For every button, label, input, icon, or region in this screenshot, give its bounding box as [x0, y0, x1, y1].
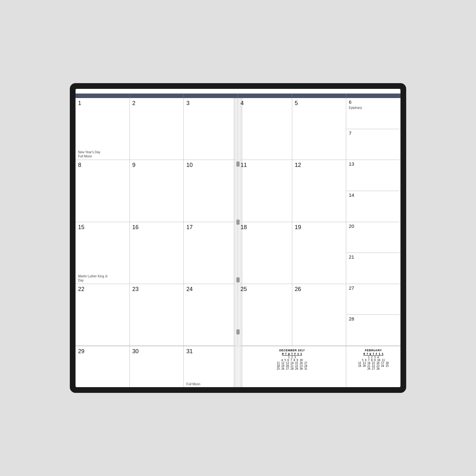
mini-feb-row-3: 19 20 21 22 23 24 25	[348, 365, 399, 367]
date-r4-c5: 26	[295, 286, 344, 293]
days-header	[76, 94, 400, 98]
mini-dec-row-1: 4 5 6 7 8 9 10	[240, 359, 344, 362]
cal-row-3: 15Martin Luther King Jr. Day161718192021	[76, 222, 400, 284]
day-header-fri	[292, 94, 347, 98]
date-r1-c2: 2	[132, 100, 181, 107]
cell-r3-c3: 17	[184, 222, 238, 284]
last-date-1: 30	[132, 348, 181, 355]
date-r1-c5: 5	[295, 100, 344, 107]
sat-sun-date-r1-1: 7	[349, 130, 398, 136]
cell-r1-c4: 4	[238, 98, 292, 160]
cell-r4-c4: 25	[238, 284, 292, 346]
day-header-wed	[184, 94, 238, 98]
cell-r4-c5: 26	[292, 284, 347, 346]
sat-sun-cell-r3-0: 20	[346, 222, 400, 253]
calendar-outer: 1New Year's Day Full Moon23456Epiphany78…	[70, 83, 406, 393]
date-r4-c2: 23	[132, 286, 181, 293]
last-note-2: Full Moon	[186, 382, 235, 386]
cell-r2-c4: 11	[238, 160, 292, 221]
cal-header	[76, 89, 400, 94]
cell-r4-c1: 22	[76, 284, 130, 346]
spine-clip-3	[236, 329, 240, 334]
sat-sun-date-r2-1: 14	[349, 192, 398, 198]
mini-feb-row-0: 1 2 3 4	[348, 356, 399, 359]
cell-r3-c1: 15Martin Luther King Jr. Day	[76, 222, 130, 284]
cell-r1-c1: 1New Year's Day Full Moon	[76, 98, 130, 160]
mini-dec-row-4: 25 26 27 28 29 30 31	[240, 367, 344, 370]
mini-feb-row-1: 5 6 7 8 9 10 11	[348, 359, 399, 362]
sat-sun-col-r4: 2728	[346, 284, 400, 346]
calendar-inner: 1New Year's Day Full Moon23456Epiphany78…	[76, 89, 400, 387]
spine-clip-2	[236, 277, 240, 282]
mini-dec-row-2: 11 12 13 14 15 16 17	[240, 362, 344, 365]
sat-sun-cell-r1-1: 7	[346, 129, 400, 160]
cell-r4-c3: 24	[184, 284, 238, 346]
date-r2-c4: 11	[241, 162, 289, 169]
date-r3-c4: 18	[241, 224, 289, 231]
cell-r1-c5: 5	[292, 98, 347, 160]
date-r3-c3: 17	[186, 224, 235, 231]
date-r1-c3: 3	[186, 100, 235, 107]
last-date-0: 29	[78, 348, 127, 355]
sat-sun-cell-r3-1: 21	[346, 253, 400, 284]
sat-sun-col-r3: 2021	[346, 222, 400, 284]
cell-r2-c2: 9	[130, 160, 184, 221]
day-header-tue	[130, 94, 184, 98]
cell-r4-c2: 23	[130, 284, 184, 346]
cell-r3-c4: 18	[238, 222, 292, 284]
mini-feb-title: FEBRUARY	[348, 349, 399, 352]
sat-sun-cell-r2-0: 13	[346, 160, 400, 191]
date-r4-c1: 22	[78, 286, 127, 293]
sat-sun-cell-r1-0: 6Epiphany	[346, 98, 400, 129]
last-date-2: 31	[186, 348, 235, 355]
sat-sun-col-r1: 6Epiphany7	[346, 98, 400, 160]
cal-row-4: 22232425262728	[76, 284, 400, 346]
date-r2-c1: 8	[78, 162, 127, 169]
cell-r2-c3: 10	[184, 160, 238, 221]
note-r1-c1: New Year's Day Full Moon	[78, 150, 127, 158]
date-r3-c1: 15	[78, 224, 127, 231]
cell-r1-c2: 2	[130, 98, 184, 160]
sat-sun-cell-r4-0: 27	[346, 284, 400, 315]
date-r3-c2: 16	[132, 224, 181, 231]
date-r2-c3: 10	[186, 162, 235, 169]
sat-sun-date-r3-0: 20	[349, 223, 398, 229]
mini-feb-row-4: 26 27 28	[348, 367, 399, 370]
date-r1-c4: 4	[241, 100, 289, 107]
mini-dec-row-0: 1 2 3	[240, 356, 344, 359]
cell-r2-c1: 8	[76, 160, 130, 221]
cell-r3-c2: 16	[130, 222, 184, 284]
last-cell-2: 31Full Moon	[184, 346, 238, 387]
sat-sun-col-r2: 1314	[346, 160, 400, 221]
date-r2-c2: 9	[132, 162, 181, 169]
cell-r1-c3: 3	[184, 98, 238, 160]
day-header-thu	[238, 94, 292, 98]
mini-dec-title: DECEMBER 2017	[240, 349, 344, 352]
date-r1-c1: 1	[78, 100, 127, 107]
sat-sun-note-r1-0: Epiphany	[349, 106, 398, 109]
cal-body: 1New Year's Day Full Moon23456Epiphany78…	[76, 98, 400, 387]
date-r2-c5: 12	[295, 162, 344, 169]
cell-r2-c5: 12	[292, 160, 347, 221]
mini-dec-row-3: 18 19 20 21 22 23 24	[240, 365, 344, 367]
spine-clip-1	[236, 220, 240, 225]
sat-sun-date-r4-0: 27	[349, 285, 398, 291]
cell-r3-c5: 19	[292, 222, 347, 284]
last-cell-0: 29	[76, 346, 130, 387]
sat-sun-date-r1-0: 6	[349, 99, 398, 105]
sat-sun-date-r4-1: 28	[349, 316, 398, 321]
mini-dec-header: M T W T F S S	[240, 353, 344, 356]
day-header-mon	[76, 94, 130, 98]
sat-sun-date-r2-0: 13	[349, 161, 398, 167]
sat-sun-date-r3-1: 21	[349, 254, 398, 260]
date-r4-c3: 24	[186, 286, 235, 293]
cal-row-2: 891011121314	[76, 160, 400, 222]
date-r3-c5: 19	[295, 224, 344, 231]
mini-feb-cal: FEBRUARYM T W T F S S 1 2 3 4 5 6 7 8 9 …	[346, 346, 400, 387]
sat-sun-cell-r2-1: 14	[346, 191, 400, 222]
cal-row-1: 1New Year's Day Full Moon23456Epiphany7	[76, 98, 400, 160]
note-r3-c1: Martin Luther King Jr. Day	[78, 274, 127, 282]
sat-sun-cell-r4-1: 28	[346, 315, 400, 346]
date-r4-c4: 25	[241, 286, 289, 293]
mini-feb-row-2: 12 13 14 15 16 17 18	[348, 362, 399, 365]
